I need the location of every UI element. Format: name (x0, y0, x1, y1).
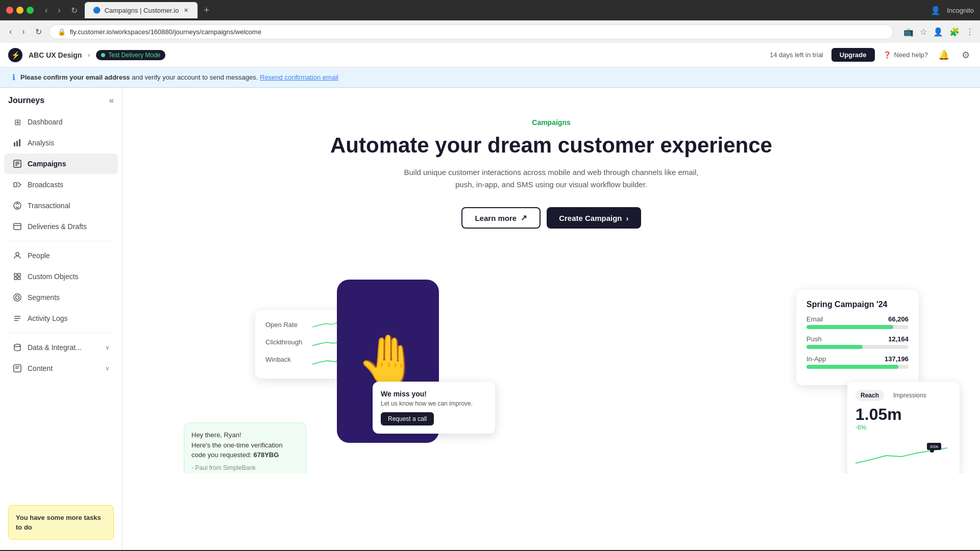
data-chevron-icon: ∨ (105, 344, 110, 351)
workspace-name: ABC UX Design (29, 51, 82, 59)
create-campaign-label: Create Campaign (559, 214, 622, 222)
reach-tab-reach[interactable]: Reach (855, 390, 884, 401)
incognito-label: Incognito (947, 7, 974, 14)
delivery-dot (101, 53, 105, 57)
active-tab[interactable]: 🔵 Campaigns | Customer.io ✕ (85, 2, 198, 18)
request-call-button[interactable]: Request a call (381, 412, 434, 425)
learn-more-button[interactable]: Learn more ↗ (461, 207, 541, 229)
campaigns-label: Campaigns (532, 118, 570, 127)
menu-icon[interactable]: ⋮ (966, 27, 974, 37)
create-campaign-button[interactable]: Create Campaign › (547, 207, 641, 229)
delivery-mode-label: Test Delivery Mode (108, 52, 160, 59)
addr-forward-btn[interactable]: › (19, 25, 28, 38)
stat-label-push: Push 12,164 (806, 335, 909, 343)
reach-tab-impressions[interactable]: Impressions (888, 390, 932, 401)
inapp-stat-name: In-App (806, 355, 826, 363)
profile-icon2: 👤 (933, 27, 943, 37)
campaigns-icon (12, 159, 22, 169)
sidebar-label-custom-objects: Custom Objects (28, 272, 79, 281)
addr-back-btn[interactable]: ‹ (6, 25, 15, 38)
deliveries-icon (12, 221, 22, 232)
sidebar-item-analysis[interactable]: Analysis (4, 133, 118, 153)
bookmark-icon[interactable]: ☆ (920, 27, 927, 37)
app-logo-text: ⚡ (11, 51, 20, 59)
sidebar-bottom: You have some more tasks to do (0, 495, 122, 550)
svg-rect-0 (14, 142, 15, 146)
new-tab-btn[interactable]: + (200, 3, 213, 18)
sidebar-item-segments[interactable]: Segments (4, 287, 118, 308)
tasks-title: You have some more tasks to do (16, 514, 101, 531)
stat-row-push: Push 12,164 (806, 335, 909, 349)
content-chevron-icon: ∨ (105, 365, 110, 372)
sidebar-label-transactional: Transactional (28, 202, 70, 210)
address-bar-row: ‹ › ↻ 🔒 fly.customer.io/workspaces/16088… (0, 20, 980, 43)
inapp-bar-fill (806, 365, 898, 369)
svg-rect-1 (16, 141, 18, 146)
tasks-card-wrapper: You have some more tasks to do (4, 505, 118, 540)
svg-rect-7 (14, 183, 17, 187)
verification-card: Hey there, Ryan! Here's the one-time ver… (184, 422, 306, 473)
sidebar-collapse-btn[interactable]: « (109, 96, 114, 105)
sidebar-item-campaigns[interactable]: Campaigns (4, 154, 118, 174)
sidebar-label-campaigns: Campaigns (28, 160, 66, 168)
message-card-title: We miss you! (381, 390, 487, 398)
back-btn[interactable]: ‹ (42, 4, 51, 17)
delivery-mode-badge[interactable]: Test Delivery Mode (96, 50, 165, 60)
notifications-icon[interactable]: 🔔 (936, 47, 951, 63)
stats-card: Spring Campaign '24 Email 66,206 Push 12… (796, 290, 919, 385)
sidebar-header: Journeys « (0, 88, 122, 109)
sidebar-label-broadcasts: Broadcasts (28, 181, 63, 189)
sidebar-label-deliveries: Deliveries & Drafts (28, 222, 87, 231)
maximize-window-btn[interactable] (27, 7, 34, 14)
reach-value: 1.05m (855, 405, 951, 424)
push-stat-value: 12,164 (888, 335, 909, 343)
svg-point-11 (16, 253, 19, 256)
minimize-window-btn[interactable] (16, 7, 23, 14)
svg-rect-13 (18, 273, 20, 276)
sidebar-divider-2 (8, 333, 114, 333)
help-button[interactable]: ❓ Need help? (883, 51, 928, 59)
sidebar-item-people[interactable]: People (4, 245, 118, 266)
svg-rect-14 (14, 277, 17, 280)
transactional-icon (12, 201, 22, 211)
settings-icon[interactable]: ⚙ (960, 47, 972, 63)
sidebar-item-transactional[interactable]: Transactional (4, 195, 118, 216)
activity-logs-icon (12, 313, 22, 323)
sidebar-label-data: Data & Integrat... (28, 343, 82, 352)
sidebar: Journeys « ⊞ Dashboard Analysis Campaign… (0, 88, 122, 550)
upgrade-button[interactable]: Upgrade (831, 48, 875, 62)
inapp-stat-bar (806, 365, 909, 369)
sidebar-item-deliveries[interactable]: Deliveries & Drafts (4, 216, 118, 237)
push-stat-name: Push (806, 335, 822, 343)
sidebar-item-content[interactable]: Content ∨ (4, 358, 118, 379)
sidebar-item-dashboard[interactable]: ⊞ Dashboard (4, 112, 118, 132)
close-window-btn[interactable] (6, 7, 13, 14)
sidebar-item-data-integration[interactable]: Data & Integrat... ∨ (4, 337, 118, 358)
inapp-stat-value: 137,196 (885, 355, 909, 363)
sidebar-item-custom-objects[interactable]: Custom Objects (4, 266, 118, 287)
message-card: We miss you! Let us know how we can impr… (373, 382, 495, 434)
address-bar[interactable]: 🔒 fly.customer.io/workspaces/160880/jour… (49, 24, 893, 39)
sidebar-item-broadcasts[interactable]: Broadcasts (4, 174, 118, 195)
help-icon: ❓ (883, 51, 891, 59)
sidebar-label-dashboard: Dashboard (28, 118, 63, 126)
svg-text:300k: 300k (929, 444, 939, 449)
addr-reload-btn[interactable]: ↻ (32, 25, 45, 39)
tab-bar: 🔵 Campaigns | Customer.io ✕ + (85, 2, 921, 18)
svg-rect-9 (14, 223, 21, 230)
sidebar-label-analysis: Analysis (28, 139, 54, 147)
stats-card-title: Spring Campaign '24 (806, 300, 909, 309)
sidebar-item-activity-logs[interactable]: Activity Logs (4, 308, 118, 329)
tasks-card: You have some more tasks to do (8, 505, 114, 540)
resend-email-link[interactable]: Resend confirmation email (260, 73, 338, 81)
notification-body: and verify your account to send messages… (132, 73, 258, 81)
forward-btn[interactable]: › (55, 4, 63, 17)
notification-banner: ℹ Please confirm your email address and … (0, 67, 980, 88)
reload-btn[interactable]: ↻ (68, 4, 81, 17)
learn-more-label: Learn more (475, 214, 517, 222)
people-icon (12, 251, 22, 261)
illustration-area: Open Rate 22.1k ↗ Clickthrough 1. (122, 280, 980, 473)
tab-close-btn[interactable]: ✕ (183, 7, 189, 14)
message-card-text: Let us know how we can improve. (381, 400, 487, 407)
sidebar-label-segments: Segments (28, 293, 60, 302)
